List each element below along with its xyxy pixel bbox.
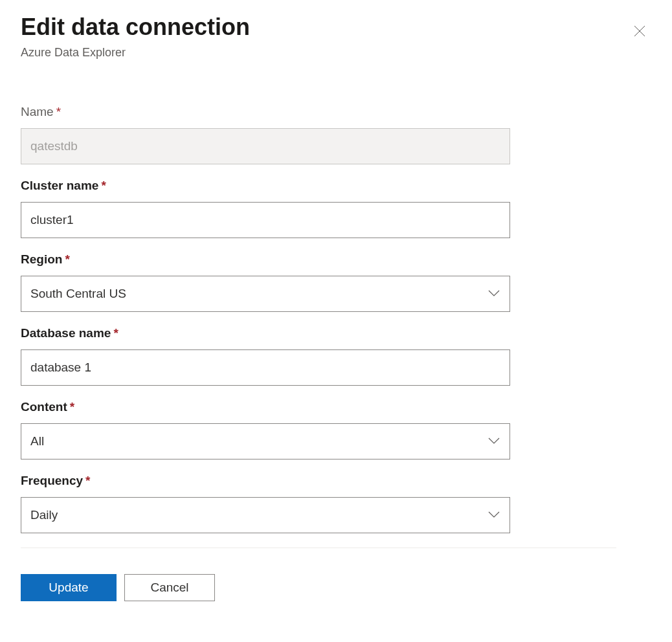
frequency-select[interactable]: Daily	[21, 497, 510, 533]
region-label: Region*	[21, 252, 510, 267]
region-label-text: Region	[21, 252, 62, 266]
cluster-name-label-text: Cluster name	[21, 179, 98, 192]
divider	[21, 548, 616, 548]
close-button[interactable]	[628, 19, 651, 45]
content-select-value: All	[21, 423, 510, 459]
database-name-label: Database name*	[21, 326, 510, 340]
field-frequency: Frequency* Daily	[21, 474, 510, 533]
field-cluster-name: Cluster name*	[21, 179, 510, 238]
content-label: Content*	[21, 400, 510, 414]
required-asterisk: *	[56, 105, 61, 118]
cluster-name-label: Cluster name*	[21, 179, 510, 193]
required-asterisk: *	[65, 252, 69, 266]
close-icon	[633, 30, 646, 39]
frequency-label-text: Frequency	[21, 474, 83, 487]
edit-connection-form: Name* Cluster name* Region* South Centra…	[21, 105, 510, 533]
title-block: Edit data connection Azure Data Explorer	[21, 13, 250, 60]
frequency-select-value: Daily	[21, 497, 510, 533]
region-select[interactable]: South Central US	[21, 276, 510, 312]
database-name-label-text: Database name	[21, 326, 111, 340]
field-name: Name*	[21, 105, 510, 164]
field-region: Region* South Central US	[21, 252, 510, 312]
field-database-name: Database name*	[21, 326, 510, 386]
name-label-text: Name	[21, 105, 54, 118]
region-select-value: South Central US	[21, 276, 510, 312]
name-input	[21, 128, 510, 164]
required-asterisk: *	[85, 474, 90, 487]
required-asterisk: *	[70, 400, 74, 414]
name-label: Name*	[21, 105, 510, 119]
panel-header: Edit data connection Azure Data Explorer	[21, 13, 651, 60]
frequency-label: Frequency*	[21, 474, 510, 488]
cluster-name-input[interactable]	[21, 202, 510, 238]
cancel-button[interactable]: Cancel	[124, 574, 215, 601]
update-button[interactable]: Update	[21, 574, 117, 601]
content-select[interactable]: All	[21, 423, 510, 459]
page-subtitle: Azure Data Explorer	[21, 46, 250, 60]
content-label-text: Content	[21, 400, 67, 414]
action-bar: Update Cancel	[21, 574, 651, 601]
page-title: Edit data connection	[21, 13, 250, 41]
required-asterisk: *	[113, 326, 118, 340]
required-asterisk: *	[101, 179, 106, 192]
database-name-input[interactable]	[21, 349, 510, 386]
field-content: Content* All	[21, 400, 510, 459]
